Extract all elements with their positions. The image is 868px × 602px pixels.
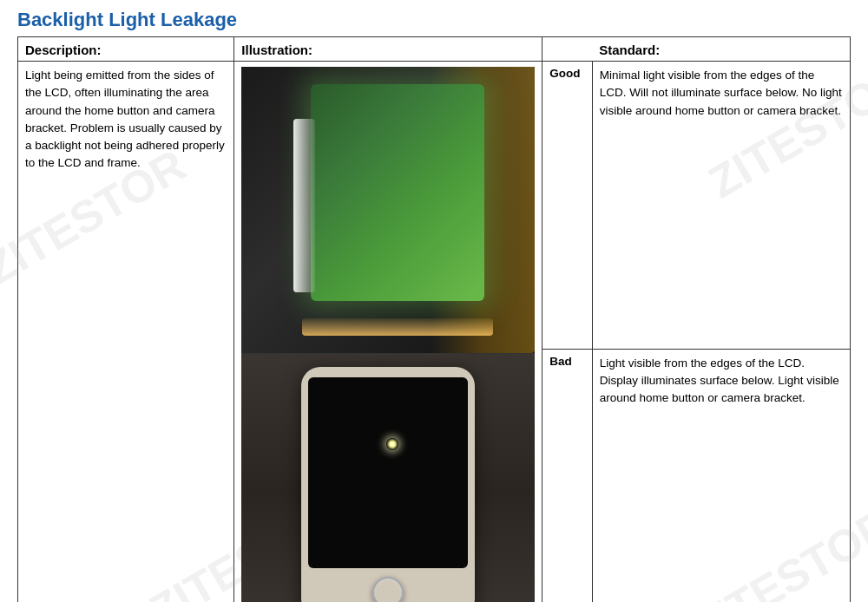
table-header-row: Description: Illustration: Standard: — [18, 37, 851, 62]
content-table: Description: Illustration: Standard: Lig… — [17, 36, 851, 602]
phone-side-view — [241, 67, 535, 353]
phone-screen-dark — [308, 377, 468, 568]
header-illustration: Illustration: — [234, 37, 542, 62]
light-dot — [386, 438, 398, 450]
home-button — [372, 577, 404, 603]
phone-body — [301, 367, 475, 603]
phone-front-view — [241, 354, 535, 602]
page-title: Backlight Light Leakage — [17, 9, 851, 31]
phone-screen-glow — [311, 84, 484, 301]
illustration-container — [241, 67, 535, 602]
header-description: Description: — [18, 37, 234, 62]
good-label: Good — [542, 62, 593, 350]
illustration-cell — [234, 62, 542, 603]
table-row: Light being emitted from the sides of th… — [18, 62, 851, 350]
light-leak-bottom — [302, 318, 493, 336]
bad-label: Bad — [542, 349, 593, 602]
light-leak-left — [293, 119, 315, 292]
header-standard — [542, 37, 593, 62]
good-text: Minimal light visible from the edges of … — [592, 62, 850, 350]
header-standard-text: Standard: — [592, 37, 850, 62]
bad-text: Light visible from the edges of the LCD.… — [592, 349, 850, 602]
image-bottom — [241, 353, 535, 602]
image-top — [241, 67, 535, 353]
description-cell: Light being emitted from the sides of th… — [18, 62, 234, 603]
